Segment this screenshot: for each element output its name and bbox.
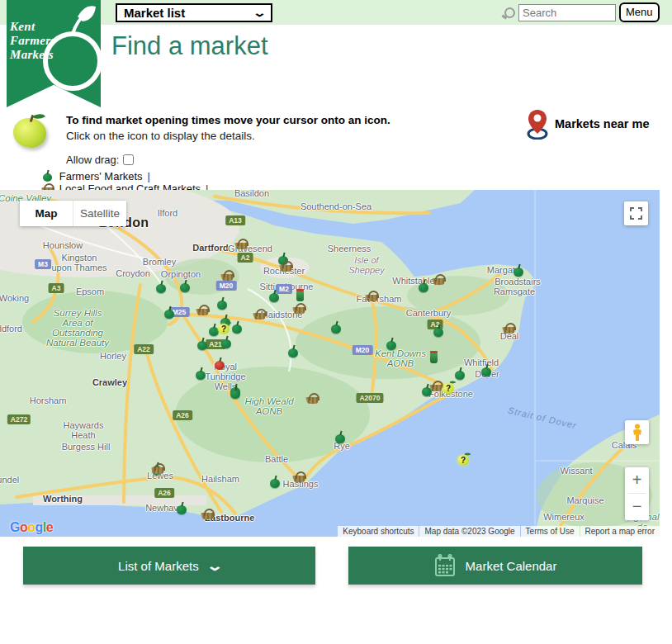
attribution-item[interactable]: Report a map error [580,526,660,537]
map-marker-farmers-icon[interactable] [453,367,466,381]
attribution-item[interactable]: Keyboard shortcuts [338,526,419,537]
fullscreen-icon [630,207,642,220]
allow-drag-label: Allow drag: [66,154,134,166]
page: Kent Farmers' Markets Market list ⌄ Menu… [0,0,672,644]
map-marker-farmers-icon[interactable] [178,280,192,293]
chevron-down-icon: ⌄ [253,7,267,19]
key-item-label: Farmers' Markets [59,170,143,182]
map-canvas[interactable]: Coine ValleyBasildonSouthend-on-SeaIlfor… [0,190,660,537]
map-marker-farmers-icon[interactable] [329,321,343,334]
markets-near-me-label: Markets near me [555,117,649,130]
map-pin-icon [527,108,548,140]
map-marker-farmers-icon[interactable] [480,364,493,377]
fullscreen-button[interactable] [624,201,648,225]
map-type-map-button[interactable]: Map [20,201,73,226]
map-marker-farmers-icon[interactable] [512,264,525,277]
instruction-line-1: To find market opening times move your c… [66,114,390,126]
map-marker-craft-icon[interactable] [234,238,249,249]
brand-text: Kent Farmers' Markets [10,20,59,62]
search-input[interactable] [518,4,616,21]
map-marker-craft-icon[interactable] [253,308,267,320]
map-marker-farmers-icon[interactable] [286,345,300,358]
map-marker-farmers-icon[interactable] [230,321,244,334]
map-marker-farmers-icon[interactable] [215,297,229,310]
market-list-dropdown[interactable]: Market list ⌄ [116,3,272,22]
google-logo-letter: g [35,520,43,535]
map-marker-red-apple-icon[interactable] [213,358,226,371]
menu-button[interactable]: Menu [619,2,660,22]
list-of-markets-label: List of Markets [118,559,199,573]
google-logo-letter: o [27,520,35,535]
map-marker-craft-icon[interactable] [196,304,211,315]
search-icon [502,7,515,20]
map-base-art [0,190,660,537]
google-logo[interactable]: Google [10,520,53,535]
market-list-label: Market list [124,6,185,20]
map-marker-festival-icon[interactable] [293,288,306,301]
zoom-out-button[interactable]: − [625,494,649,519]
map-marker-craft-icon[interactable] [292,471,307,482]
map-marker-farmers-icon[interactable] [432,324,445,338]
map-type-satellite-button[interactable]: Satellite [73,201,126,226]
map-marker-farmers-icon[interactable] [417,280,430,293]
market-calendar-button[interactable]: Market Calendar [348,547,642,585]
allow-drag-checkbox[interactable] [123,154,134,165]
map-marker-farmers-icon[interactable] [196,338,209,351]
map-type-control: Map Satellite [20,201,126,226]
page-title: Find a market [111,31,268,61]
map-marker-unknown-icon[interactable] [442,381,455,395]
map-marker-craft-icon[interactable] [305,392,320,404]
map-marker-craft-icon[interactable] [365,290,380,301]
map-marker-unknown-icon[interactable] [457,453,470,466]
pegman-icon [632,424,643,442]
map-marker-unknown-icon[interactable] [217,322,230,335]
pegman-button[interactable] [625,420,649,444]
key-item-farmers: Farmers' Markets| [41,170,214,182]
map-marker-craft-icon[interactable] [279,260,294,272]
map-marker-craft-icon[interactable] [201,508,215,519]
map-marker-farmers-icon[interactable] [385,338,398,351]
chevron-down-icon: ⌄ [206,557,223,575]
instruction-line-2: Click on the icon to display the details… [66,130,255,142]
map-attribution: Keyboard shortcutsMap data ©2023 GoogleT… [337,525,660,537]
market-calendar-label: Market Calendar [466,559,557,573]
map-marker-farmers-icon[interactable] [194,367,207,381]
map-marker-craft-icon[interactable] [502,322,517,334]
attribution-item[interactable]: Map data ©2023 Google [419,526,519,537]
map-marker-farmers-icon[interactable] [220,336,233,349]
map-marker-farmers-icon[interactable] [229,386,242,400]
map-marker-farmers-icon[interactable] [175,502,188,515]
map-marker-farmers-icon[interactable] [268,476,282,489]
attribution-item[interactable]: Terms of Use [521,526,580,537]
markets-near-me[interactable]: Markets near me [527,108,649,140]
map-marker-farmers-icon[interactable] [163,306,176,320]
calendar-icon [434,554,456,577]
map-marker-festival-icon[interactable] [427,350,440,363]
list-of-markets-button[interactable]: List of Markets ⌄ [23,547,315,585]
google-logo-letter: o [20,520,27,535]
google-logo-letter: e [46,520,53,535]
google-logo-letter: G [10,520,20,535]
zoom-control: + − [625,467,649,520]
map-marker-farmers-icon[interactable] [154,281,168,294]
map-marker-craft-icon[interactable] [432,273,447,285]
map-marker-farmers-icon[interactable] [267,290,281,303]
apple-icon [13,113,48,146]
map-marker-farmers-icon[interactable] [334,431,347,444]
green-apple-icon [41,170,54,182]
map-marker-craft-icon[interactable] [292,302,307,314]
zoom-in-button[interactable]: + [625,467,649,493]
map-marker-craft-icon[interactable] [151,462,166,474]
map-marker-craft-icon[interactable] [220,269,235,281]
